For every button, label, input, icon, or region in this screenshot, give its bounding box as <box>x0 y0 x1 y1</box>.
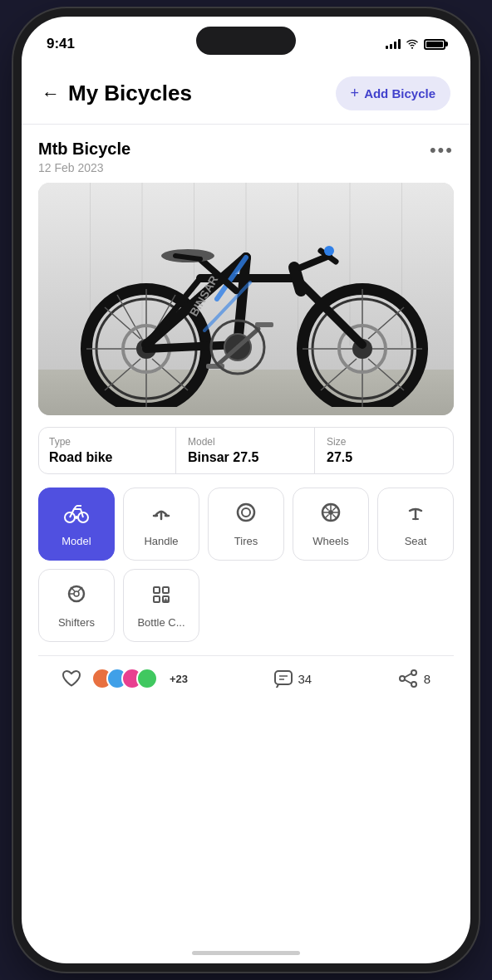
svg-line-29 <box>368 359 404 390</box>
svg-line-31 <box>321 359 357 390</box>
spec-size: Size 27.5 <box>317 428 453 473</box>
dynamic-island <box>196 27 296 55</box>
svg-point-91 <box>400 676 405 681</box>
share-section: 8 <box>397 669 430 688</box>
phone-frame: 9:41 ← My Bicycles + Add Bicycle <box>22 17 470 963</box>
svg-line-42 <box>301 256 329 267</box>
card-header: Mtb Bicycle 12 Feb 2023 ••• <box>38 125 454 183</box>
type-label: Type <box>49 436 165 448</box>
seat-icon <box>403 501 428 530</box>
add-plus-icon: + <box>351 85 360 102</box>
svg-rect-52 <box>255 322 273 327</box>
bicycle-date: 12 Feb 2023 <box>38 161 130 174</box>
model-part-label: Model <box>61 535 91 547</box>
type-value: Road bike <box>49 450 165 465</box>
spec-model: Model Binsar 27.5 <box>178 428 315 473</box>
size-value: 27.5 <box>327 450 443 465</box>
shifters-part-label: Shifters <box>58 616 95 629</box>
page-title: My Bicycles <box>68 81 192 106</box>
header: ← My Bicycles + Add Bicycle <box>22 63 470 124</box>
likes-section: +23 <box>61 668 188 689</box>
tires-icon <box>234 501 258 530</box>
svg-line-47 <box>175 256 200 259</box>
svg-line-30 <box>368 307 404 339</box>
part-wheels-button[interactable]: Wheels <box>293 488 369 561</box>
size-label: Size <box>327 436 443 448</box>
card-info: Mtb Bicycle 12 Feb 2023 <box>38 140 130 174</box>
bicycle-svg: BINSAR <box>55 199 437 407</box>
svg-point-59 <box>75 516 78 519</box>
back-button[interactable]: ← <box>42 83 60 105</box>
shifters-icon <box>64 582 89 611</box>
svg-rect-82 <box>154 596 160 602</box>
part-tires-button[interactable]: Tires <box>208 488 284 561</box>
add-bicycle-button[interactable]: + Add Bicycle <box>336 76 450 110</box>
svg-rect-81 <box>163 587 169 593</box>
svg-line-72 <box>333 515 337 519</box>
parts-grid: Model Handle <box>38 488 454 642</box>
model-value: Binsar 27.5 <box>188 450 304 465</box>
home-indicator <box>192 951 300 955</box>
comment-icon[interactable] <box>273 669 293 688</box>
header-left: ← My Bicycles <box>42 81 192 106</box>
svg-point-63 <box>238 504 254 521</box>
svg-line-17 <box>105 359 140 390</box>
bicycle-name: Mtb Bicycle <box>38 140 130 159</box>
wifi-icon <box>406 39 419 49</box>
svg-point-64 <box>242 508 250 517</box>
svg-line-71 <box>325 507 329 511</box>
svg-line-14 <box>105 307 140 339</box>
bicycle-image: BINSAR <box>38 183 454 415</box>
svg-point-44 <box>324 246 334 256</box>
part-seat-button[interactable]: Seat <box>377 488 454 561</box>
comments-section: 34 <box>273 669 312 688</box>
avatar-group <box>91 668 158 689</box>
svg-line-93 <box>405 674 411 678</box>
svg-point-66 <box>328 510 333 515</box>
svg-line-73 <box>333 507 337 511</box>
comment-count: 34 <box>298 672 312 686</box>
svg-line-15 <box>152 359 188 390</box>
svg-line-74 <box>325 515 329 519</box>
svg-line-92 <box>405 680 411 684</box>
svg-rect-80 <box>154 587 160 593</box>
signal-bars-icon <box>386 39 401 49</box>
part-bottle-button[interactable]: Bottle C... <box>123 569 199 642</box>
add-bicycle-label: Add Bicycle <box>364 86 435 100</box>
part-shifters-button[interactable]: Shifters <box>38 569 115 642</box>
avatar-4 <box>136 668 158 689</box>
bicycle-card: Mtb Bicycle 12 Feb 2023 ••• <box>22 125 470 701</box>
model-label: Model <box>188 436 304 448</box>
svg-rect-86 <box>275 671 292 684</box>
bottom-bar: +23 34 8 <box>38 655 454 701</box>
heart-icon[interactable] <box>61 669 81 688</box>
bike-icon <box>64 501 89 530</box>
handle-icon <box>149 501 174 530</box>
wheels-icon <box>318 501 343 530</box>
svg-point-78 <box>74 591 79 596</box>
bottle-icon <box>149 582 174 611</box>
seat-part-label: Seat <box>405 535 427 547</box>
svg-point-90 <box>411 682 416 687</box>
likes-count: +23 <box>170 673 188 685</box>
status-icons <box>386 39 445 50</box>
wheels-part-label: Wheels <box>312 535 348 547</box>
bottle-part-label: Bottle C... <box>137 616 184 629</box>
part-handle-button[interactable]: Handle <box>123 488 199 561</box>
part-model-button[interactable]: Model <box>38 488 115 561</box>
status-time: 9:41 <box>47 36 75 52</box>
svg-line-39 <box>294 267 301 291</box>
battery-icon <box>424 39 445 50</box>
more-options-button[interactable]: ••• <box>430 140 454 161</box>
spec-type: Type Road bike <box>39 428 176 473</box>
tires-part-label: Tires <box>234 535 258 547</box>
handle-part-label: Handle <box>144 535 178 547</box>
share-icon[interactable] <box>397 669 419 688</box>
share-count: 8 <box>424 672 430 686</box>
svg-point-89 <box>411 670 416 675</box>
specs-row: Type Road bike Model Binsar 27.5 Size 27… <box>38 427 454 474</box>
